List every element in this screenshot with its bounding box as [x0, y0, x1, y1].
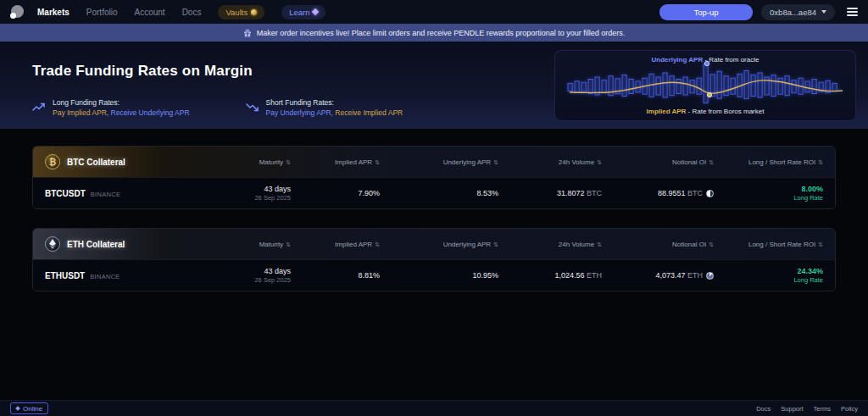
nav-item-account[interactable]: Account: [135, 8, 165, 17]
status-label: Online: [23, 405, 42, 413]
underlying-apr-cell: 8.53%: [380, 189, 498, 197]
chevron-down-icon: [821, 10, 826, 14]
col-notional-oi[interactable]: Notional OI: [602, 158, 714, 166]
long-receive-text: Receive Underlying APR: [111, 108, 190, 117]
long-pay-text: Pay Implied APR,: [53, 108, 108, 117]
btc-table-header: ₿ BTC Collateral Maturity Implied APR Un…: [33, 147, 835, 177]
btc-collateral-card: ₿ BTC Collateral Maturity Implied APR Un…: [32, 146, 836, 209]
col-notional-oi[interactable]: Notional OI: [602, 241, 714, 248]
eth-collateral-title: ETH Collateral: [45, 236, 198, 252]
implied-apr-cell: 7.90%: [291, 189, 380, 197]
btc-collateral-title: ₿ BTC Collateral: [45, 154, 198, 169]
eth-collateral-card: ETH Collateral Maturity Implied APR Unde…: [32, 228, 836, 291]
roi-cell: 8.00% Long Rate: [714, 185, 823, 202]
banner-text: Maker order incentives live! Place limit…: [257, 29, 626, 37]
learn-label: Learn: [289, 8, 309, 17]
maturity-cell: 43 days 26 Sep 2025: [198, 267, 291, 284]
notional-oi-cell: 4,073.47 ETH: [602, 271, 714, 280]
nav-right: Top-up 0xb8a...ae84: [659, 4, 858, 20]
wallet-address-button[interactable]: 0xb8a...ae84: [761, 4, 835, 20]
trend-up-icon: [32, 103, 46, 112]
long-funding-rates: Long Funding Rates: Pay Implied APR, Rec…: [32, 98, 190, 117]
nav-item-docs[interactable]: Docs: [182, 8, 202, 17]
spark-icon: [312, 8, 319, 15]
top-up-button[interactable]: Top-up: [659, 4, 753, 20]
table-row-btcusdt[interactable]: BTCUSDT BINANCE 43 days 26 Sep 2025 7.90…: [33, 177, 835, 208]
nav-item-learn[interactable]: Learn: [281, 5, 326, 19]
top-nav: Markets Portfolio Account Docs Vaults Le…: [0, 0, 868, 24]
hero-section: Trade Funding Rates on Margin Long Fundi…: [0, 42, 868, 129]
eth-icon: [45, 236, 60, 252]
short-receive-text: Receive Implied APR: [335, 108, 403, 117]
logo-circle-small: [10, 13, 16, 19]
page-title: Trade Funding Rates on Margin: [32, 63, 253, 80]
footer-link-policy[interactable]: Policy: [841, 405, 858, 413]
underlying-apr-cell: 10.95%: [380, 271, 498, 280]
pair-name: ETHUSDT: [45, 271, 85, 280]
gift-icon: [243, 29, 252, 37]
boros-logo-icon[interactable]: [10, 5, 24, 19]
wallet-address: 0xb8a...ae84: [770, 8, 816, 17]
col-implied-apr[interactable]: Implied APR: [291, 241, 380, 248]
nav-items: Markets Portfolio Account Docs Vaults Le…: [37, 5, 326, 19]
exchange-name: BINANCE: [91, 191, 120, 198]
table-row-ethusdt[interactable]: ETHUSDT BINANCE 43 days 26 Sep 2025 8.81…: [33, 259, 835, 291]
roi-cell: 24.34% Long Rate: [714, 267, 823, 284]
btc-icon: ₿: [45, 154, 60, 169]
col-roi[interactable]: Long / Short Rate ROI: [714, 241, 823, 248]
oi-pie-icon: [706, 272, 714, 280]
col-maturity[interactable]: Maturity: [198, 158, 291, 166]
hamburger-menu-icon[interactable]: [847, 8, 858, 16]
col-roi[interactable]: Long / Short Rate ROI: [714, 158, 823, 166]
incentives-banner: Maker order incentives live! Place limit…: [0, 24, 868, 42]
nav-item-vaults[interactable]: Vaults: [218, 5, 264, 19]
short-pay-text: Pay Underlying APR,: [266, 108, 333, 117]
volume-cell: 31.8072 BTC: [498, 189, 602, 197]
col-24h-volume[interactable]: 24h Volume: [498, 241, 602, 248]
col-implied-apr[interactable]: Implied APR: [291, 158, 380, 166]
implied-apr-cell: 8.81%: [291, 271, 380, 280]
page: Markets Portfolio Account Docs Vaults Le…: [0, 0, 868, 416]
col-24h-volume[interactable]: 24h Volume: [498, 158, 602, 166]
apr-chart-card: Underlying APR - Rate from oracle Implie…: [554, 50, 856, 121]
volume-cell: 1,024.56 ETH: [498, 271, 602, 280]
col-underlying-apr[interactable]: Underlying APR: [380, 241, 498, 248]
short-funding-label: Short Funding Rates:: [266, 98, 403, 107]
col-underlying-apr[interactable]: Underlying APR: [380, 158, 498, 166]
pair-name: BTCUSDT: [45, 189, 86, 198]
footer-link-support[interactable]: Support: [781, 405, 803, 413]
footer-bar: Online Docs Support Terms Policy: [0, 400, 868, 416]
vaults-label: Vaults: [225, 8, 248, 17]
footer-link-docs[interactable]: Docs: [756, 405, 771, 413]
exchange-name: BINANCE: [90, 273, 120, 280]
trend-down-icon: [246, 103, 259, 112]
online-status-badge[interactable]: Online: [10, 402, 48, 414]
status-dot-icon: [15, 406, 20, 411]
coin-icon: [251, 9, 257, 15]
long-funding-label: Long Funding Rates:: [53, 98, 190, 107]
notional-oi-cell: 88.9551 BTC: [602, 189, 714, 197]
footer-link-terms[interactable]: Terms: [814, 405, 831, 413]
eth-table-header: ETH Collateral Maturity Implied APR Unde…: [33, 229, 835, 259]
implied-apr-legend: Implied APR - Rate from Boros market: [555, 108, 855, 115]
maturity-cell: 43 days 26 Sep 2025: [198, 185, 291, 202]
nav-item-markets[interactable]: Markets: [37, 8, 70, 17]
markets-list: ₿ BTC Collateral Maturity Implied APR Un…: [0, 129, 868, 400]
funding-rates-blurbs: Long Funding Rates: Pay Implied APR, Rec…: [32, 98, 403, 117]
oi-pie-icon: [706, 190, 714, 197]
col-maturity[interactable]: Maturity: [198, 241, 291, 248]
nav-item-portfolio[interactable]: Portfolio: [86, 8, 118, 17]
short-funding-rates: Short Funding Rates: Pay Underlying APR,…: [246, 98, 403, 117]
footer-links: Docs Support Terms Policy: [756, 405, 858, 413]
